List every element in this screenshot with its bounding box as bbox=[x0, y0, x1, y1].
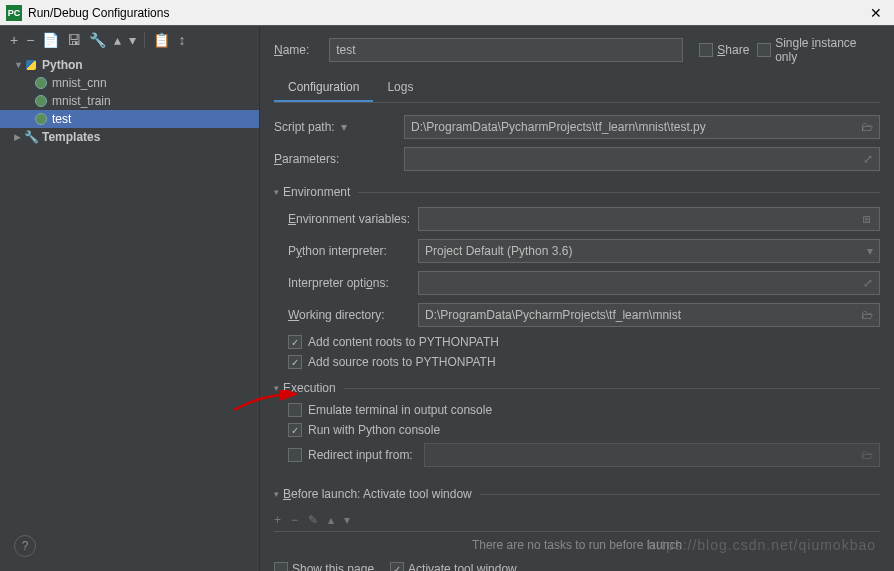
name-label: Name: bbox=[274, 43, 321, 57]
config-icon bbox=[34, 112, 48, 126]
tabs: Configuration Logs bbox=[274, 74, 880, 103]
tree-templates-label: Templates bbox=[42, 130, 100, 144]
window-title: Run/Debug Configurations bbox=[28, 6, 169, 20]
python-icon bbox=[24, 58, 38, 72]
emulate-terminal-checkbox[interactable]: Emulate terminal in output console bbox=[288, 403, 880, 417]
tree-templates[interactable]: ▶ 🔧 Templates bbox=[0, 128, 259, 146]
help-button[interactable]: ? bbox=[14, 535, 36, 557]
interp-options-label: Interpreter options: bbox=[288, 276, 418, 290]
up-icon[interactable]: ▴ bbox=[328, 513, 334, 527]
copy-icon[interactable]: 📄 bbox=[42, 32, 59, 48]
parameters-label: Parameters: bbox=[274, 152, 404, 166]
expand-icon: ▼ bbox=[14, 60, 24, 70]
env-vars-field[interactable]: 🗉 bbox=[418, 207, 880, 231]
redirect-input-checkbox[interactable]: Redirect input from: 🗁 bbox=[288, 443, 880, 467]
remove-icon[interactable]: − bbox=[26, 32, 34, 48]
config-icon bbox=[34, 94, 48, 108]
tree-item-label: test bbox=[52, 112, 71, 126]
add-icon[interactable]: + bbox=[10, 32, 18, 48]
folder-icon: 🗁 bbox=[861, 448, 873, 462]
save-icon[interactable]: 🖫 bbox=[67, 32, 81, 48]
share-checkbox[interactable]: Share bbox=[699, 43, 749, 57]
interpreter-field[interactable]: Project Default (Python 3.6) ▾ bbox=[418, 239, 880, 263]
share-label: Share bbox=[717, 43, 749, 57]
show-this-page-checkbox[interactable]: Show this page bbox=[274, 562, 374, 571]
interpreter-label: Python interpreter: bbox=[288, 244, 418, 258]
folder-icon[interactable]: 🗁 bbox=[861, 308, 873, 322]
tree-item-mnist-train[interactable]: mnist_train bbox=[0, 92, 259, 110]
interp-options-field[interactable]: ⤢ bbox=[418, 271, 880, 295]
up-icon[interactable]: ▴ bbox=[114, 32, 121, 48]
checkbox-icon bbox=[757, 43, 771, 57]
parameters-field[interactable]: ⤢ bbox=[404, 147, 880, 171]
script-path-field[interactable]: D:\ProgramData\PycharmProjects\tf_learn\… bbox=[404, 115, 880, 139]
workdir-value: D:\ProgramData\PycharmProjects\tf_learn\… bbox=[425, 308, 681, 322]
checkbox-icon bbox=[274, 562, 288, 571]
folder-icon[interactable]: 🗁 bbox=[861, 120, 873, 134]
wrench-icon: 🔧 bbox=[24, 130, 38, 144]
execution-section[interactable]: Execution bbox=[274, 381, 880, 395]
activate-tool-window-checkbox[interactable]: Activate tool window bbox=[390, 562, 517, 571]
tab-configuration[interactable]: Configuration bbox=[274, 74, 373, 102]
tree-root-label: Python bbox=[42, 58, 83, 72]
separator bbox=[144, 32, 145, 48]
expand-icon: ▶ bbox=[14, 132, 24, 142]
config-icon bbox=[34, 76, 48, 90]
interpreter-value: Project Default (Python 3.6) bbox=[425, 244, 572, 258]
expand-icon[interactable]: ⤢ bbox=[863, 152, 873, 166]
add-source-roots-checkbox[interactable]: Add source roots to PYTHONPATH bbox=[288, 355, 880, 369]
close-icon[interactable]: ✕ bbox=[864, 5, 888, 21]
content-panel: Name: Share Single instance only Configu… bbox=[260, 26, 894, 571]
tab-logs[interactable]: Logs bbox=[373, 74, 427, 102]
remove-icon[interactable]: − bbox=[291, 513, 298, 527]
workdir-label: Working directory: bbox=[288, 308, 418, 322]
workdir-field[interactable]: D:\ProgramData\PycharmProjects\tf_learn\… bbox=[418, 303, 880, 327]
sidebar: + − 📄 🖫 🔧 ▴ ▾ 📋 ↕ ▼ Python mnist_cnn bbox=[0, 26, 260, 571]
wrench-icon[interactable]: 🔧 bbox=[89, 32, 106, 48]
single-instance-checkbox[interactable]: Single instance only bbox=[757, 36, 880, 64]
checkbox-icon bbox=[288, 448, 302, 462]
chevron-down-icon: ▾ bbox=[867, 244, 873, 258]
tree-root-python[interactable]: ▼ Python bbox=[0, 56, 259, 74]
titlebar: PC Run/Debug Configurations ✕ bbox=[0, 0, 894, 26]
add-content-roots-checkbox[interactable]: Add content roots to PYTHONPATH bbox=[288, 335, 880, 349]
single-instance-label: Single instance only bbox=[775, 36, 880, 64]
name-input[interactable] bbox=[329, 38, 683, 62]
before-launch-section[interactable]: Before launch: Activate tool window bbox=[274, 487, 880, 501]
list-icon[interactable]: 🗉 bbox=[861, 212, 873, 226]
checkbox-icon bbox=[699, 43, 713, 57]
edit-icon[interactable]: ✎ bbox=[308, 513, 318, 527]
down-icon[interactable]: ▾ bbox=[129, 32, 136, 48]
checkbox-icon bbox=[288, 423, 302, 437]
tree-item-test[interactable]: test bbox=[0, 110, 259, 128]
checkbox-icon bbox=[288, 403, 302, 417]
config-tree: ▼ Python mnist_cnn mnist_train test ▶ 🔧 … bbox=[0, 54, 259, 571]
env-vars-label: Environment variables: bbox=[288, 212, 418, 226]
add-icon[interactable]: + bbox=[274, 513, 281, 527]
app-icon: PC bbox=[6, 5, 22, 21]
folder-icon[interactable]: 📋 bbox=[153, 32, 170, 48]
checkbox-icon bbox=[288, 355, 302, 369]
redirect-input-field: 🗁 bbox=[424, 443, 880, 467]
script-path-value: D:\ProgramData\PycharmProjects\tf_learn\… bbox=[411, 120, 706, 134]
environment-section[interactable]: Environment bbox=[274, 185, 880, 199]
tree-item-mnist-cnn[interactable]: mnist_cnn bbox=[0, 74, 259, 92]
sort-icon[interactable]: ↕ bbox=[178, 32, 185, 48]
checkbox-icon bbox=[288, 335, 302, 349]
script-path-label[interactable]: Script path: bbox=[274, 120, 404, 134]
before-launch-toolbar: + − ✎ ▴ ▾ bbox=[274, 509, 880, 531]
checkbox-icon bbox=[390, 562, 404, 571]
tree-item-label: mnist_cnn bbox=[52, 76, 107, 90]
run-python-console-checkbox[interactable]: Run with Python console bbox=[288, 423, 880, 437]
expand-icon[interactable]: ⤢ bbox=[863, 276, 873, 290]
sidebar-toolbar: + − 📄 🖫 🔧 ▴ ▾ 📋 ↕ bbox=[0, 26, 259, 54]
down-icon[interactable]: ▾ bbox=[344, 513, 350, 527]
tree-item-label: mnist_train bbox=[52, 94, 111, 108]
no-tasks-message: There are no tasks to run before launch bbox=[274, 531, 880, 558]
